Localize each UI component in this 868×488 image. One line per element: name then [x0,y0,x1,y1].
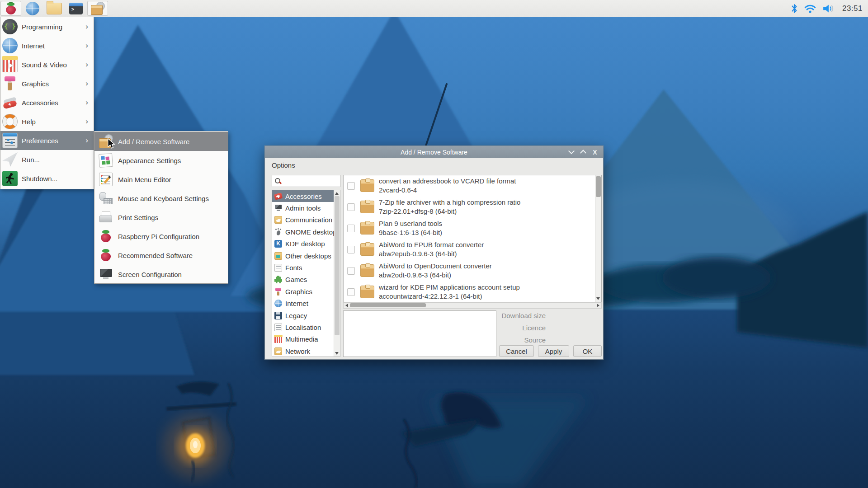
menu-item[interactable]: Programming › [0,17,94,36]
category-item[interactable]: Other desktops [272,250,334,262]
category-item[interactable]: Multimedia [272,333,334,345]
menu-item[interactable]: Accessories › [0,93,94,112]
taskbar-package-manager-button[interactable] [87,1,108,16]
package-checkbox[interactable] [347,267,355,275]
apply-button[interactable]: Apply [538,345,569,357]
category-scrollbar[interactable] [334,190,340,357]
chevron-down-icon [568,148,575,154]
close-icon: X [593,149,597,156]
menu-item-label: Accessories [22,99,58,107]
screen-icon [99,267,113,281]
category-item[interactable]: Graphics [272,286,334,297]
menu-item[interactable]: Help › [0,112,94,131]
search-box[interactable] [272,175,340,187]
ok-button[interactable]: OK [573,345,602,357]
package-checkbox[interactable] [347,288,355,296]
scrollbar-thumb[interactable] [596,176,601,197]
options-menu[interactable]: Options [265,158,300,172]
menu-item[interactable]: Sound & Video › [0,55,94,74]
volume-icon[interactable] [822,4,836,14]
taskbar-file-manager-button[interactable] [44,1,65,16]
package-scrollbar[interactable] [595,175,601,302]
package-version: abw2odt-0.9.6-3 (64-bit) [379,271,492,280]
scrollbar-thumb[interactable] [335,196,340,335]
category-label: Communication [285,216,332,224]
package-row[interactable]: wizard for KDE PIM applications account … [344,282,595,302]
package-version: 9base-1:6-13 (64-bit) [379,228,442,237]
scroll-right-arrow[interactable] [597,304,599,307]
menu-item-label: Run... [22,156,40,164]
package-checkbox[interactable] [347,246,355,253]
taskbar-terminal-button[interactable] [66,1,86,16]
package-checkbox[interactable] [347,203,355,211]
wifi-icon[interactable] [804,4,816,14]
submenu-item-label: Add / Remove Software [118,138,189,145]
package-row[interactable]: convert an addressbook to VCARD file for… [344,175,595,197]
submenu-item[interactable]: Recommended Software [94,246,228,265]
scroll-up-arrow[interactable] [335,192,339,195]
minimize-button[interactable] [568,149,575,156]
search-input[interactable] [282,177,340,185]
package-checkbox[interactable] [347,182,355,190]
submenu-item-label: Main Menu Editor [118,176,171,183]
menu-item[interactable]: Run... [0,150,94,169]
category-item[interactable]: GNOME desktop [272,226,334,238]
submenu-item[interactable]: Print Settings [94,208,228,227]
category-item[interactable]: Internet [272,298,334,310]
graphics-icon [2,76,18,91]
category-item[interactable]: Accessories [272,190,334,202]
submenu-item[interactable]: Appearance Settings [94,151,228,170]
system-tray: 23:51 [791,4,868,14]
category-item[interactable]: Localisation [272,321,334,333]
folder-cloud-icon [274,216,282,224]
close-button[interactable]: X [591,149,599,156]
invader-icon [274,276,282,283]
horizontal-scrollbar[interactable] [343,302,602,309]
window-titlebar[interactable]: Add / Remove Software X [265,146,603,158]
category-item[interactable]: Admin tools [272,202,334,214]
category-item[interactable]: KDE desktop [272,238,334,250]
category-label: Legacy [285,312,307,319]
submenu-item[interactable]: Mouse and Keyboard Settings [94,189,228,208]
category-item[interactable]: Network [272,345,334,357]
chevron-up-icon [580,150,586,156]
cancel-button[interactable]: Cancel [499,345,534,357]
category-item[interactable]: Games [272,274,334,286]
package-row[interactable]: Plan 9 userland tools 9base-1:6-13 (64-b… [344,218,595,239]
window-menubar: Options [265,158,603,172]
submenu-arrow: › [85,60,90,69]
menu-rows: Programming › Internet › Sound & Video ›… [0,17,94,188]
scroll-left-arrow[interactable] [345,304,348,307]
menu-item[interactable]: Graphics › [0,74,94,93]
package-list: convert an addressbook to VCARD file for… [343,175,602,302]
menu-item[interactable]: Internet › [0,36,94,55]
menu-item[interactable]: Preferences › [0,131,94,150]
category-item[interactable]: Fonts [272,262,334,273]
terminal-icon [69,3,83,14]
menu-editor-icon [99,173,113,186]
category-item[interactable]: Communication [272,214,334,226]
package-title: Plan 9 userland tools [379,219,442,228]
taskbar-browser-button[interactable] [22,1,43,16]
scroll-down-arrow[interactable] [596,297,600,300]
submenu-item[interactable]: Screen Configuration [94,265,228,284]
taskbar-menu-button[interactable] [0,1,21,16]
category-item[interactable]: Legacy [272,310,334,321]
package-checkbox[interactable] [347,225,355,232]
category-label: Graphics [285,288,312,296]
scroll-down-arrow[interactable] [335,352,339,355]
package-row[interactable]: 7-Zip file archiver with a high compress… [344,197,595,218]
bluetooth-icon[interactable] [791,4,798,14]
main-menu: Programming › Internet › Sound & Video ›… [0,17,94,189]
package-row[interactable]: AbiWord to OpenDocument converter abw2od… [344,260,595,282]
package-row[interactable]: AbiWord to EPUB format converter abw2epu… [344,239,595,260]
taskbar: 23:51 [0,0,868,17]
maximize-button[interactable] [580,149,587,156]
package-title: wizard for KDE PIM applications account … [379,283,520,292]
scrollbar-thumb[interactable] [350,303,426,307]
submenu-arrow: › [85,22,90,31]
submenu-item[interactable]: Raspberry Pi Configuration [94,227,228,246]
menu-item[interactable]: Shutdown... [0,169,94,188]
document-icon [274,324,282,331]
submenu-item[interactable]: Main Menu Editor [94,170,228,189]
